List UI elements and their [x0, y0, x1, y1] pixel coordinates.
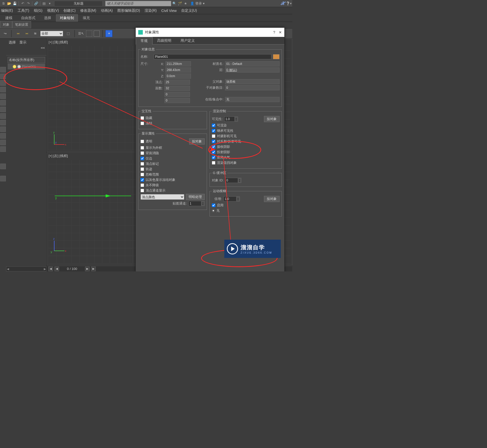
chk-vticks[interactable]: 顶点标记 — [141, 162, 205, 166]
help-icon[interactable]: ❔▾ — [286, 1, 291, 6]
blue-tool-icon[interactable]: ✦ — [105, 30, 113, 37]
objid-spinner[interactable]: ▲▼ — [238, 178, 241, 183]
ribbon-tab-populate[interactable]: 填充 — [79, 14, 94, 22]
lt-icon-7[interactable] — [0, 107, 6, 112]
chk-visiblecam[interactable]: 对摄影机可见 — [212, 134, 280, 138]
lt-icon-2[interactable] — [0, 74, 6, 79]
menu-group[interactable]: 组(G) — [34, 8, 43, 13]
wizard-icon[interactable]: 🪄 — [177, 1, 183, 6]
objid-input[interactable] — [225, 178, 238, 183]
redo-icon[interactable]: ↷ — [26, 1, 31, 6]
chk-backface[interactable]: 背面消隐 — [141, 151, 205, 155]
mult-input[interactable] — [224, 196, 236, 201]
new-icon[interactable]: 🗎 — [1, 1, 6, 6]
chk-neverdegrade[interactable]: 永不降级 — [141, 183, 205, 187]
arrow-tool-icon[interactable]: ↪ — [2, 30, 9, 37]
lt-icon-9[interactable] — [0, 120, 6, 125]
menu-edit[interactable]: 编辑(E) — [1, 8, 13, 13]
drop-icon[interactable]: ▾ — [47, 1, 52, 6]
outline-display-tab[interactable]: 显示 — [19, 40, 26, 45]
chk-edges[interactable]: 仅边 — [141, 156, 205, 161]
tab-user-defined[interactable]: 用户定义 — [176, 37, 199, 44]
radio-mblur-none[interactable]: 无 — [212, 208, 280, 213]
lt-icon-11[interactable] — [0, 133, 6, 139]
chain2-icon[interactable]: ⫘ — [23, 30, 30, 37]
save-icon[interactable]: 💾 — [12, 1, 17, 6]
timeline-next2[interactable]: ▶ — [91, 267, 96, 271]
subtab-object[interactable]: 对象 — [0, 21, 12, 28]
timeline-next[interactable]: ▶ — [85, 267, 90, 271]
subtab-brush[interactable]: 笔刷设置 — [12, 21, 31, 28]
chk-freeze[interactable]: 冻结 — [141, 121, 205, 126]
lt-icon-10[interactable] — [0, 126, 6, 132]
dialog-help-icon[interactable]: ? — [273, 30, 275, 34]
dialog-close-icon[interactable]: ✕ — [279, 30, 282, 34]
menu-modifiers[interactable]: 修改器(M) — [80, 8, 96, 13]
layer-icon[interactable]: ▤ — [41, 1, 47, 6]
chk-hide[interactable]: 隐藏 — [141, 116, 205, 120]
chk-ignoreext[interactable]: 忽略范围 — [141, 172, 205, 177]
mult-spinner[interactable]: ▲▼ — [236, 196, 240, 201]
btn-shading[interactable]: 明暗处理 — [186, 194, 205, 200]
ribbon-tab-model[interactable]: 建模 — [2, 14, 16, 22]
outline-item-plane001[interactable]: Plane001 — [8, 64, 45, 69]
color-swatch[interactable] — [273, 54, 280, 59]
chk-renderoccluded[interactable]: 渲染阻挡对象 — [212, 161, 280, 165]
filter-dropdown[interactable]: 全部 — [40, 31, 63, 36]
lt-icon-6[interactable] — [0, 100, 6, 106]
viewport-top-label[interactable]: [+] [顶] [线框] — [49, 40, 68, 45]
ribbon-tab-freeform[interactable]: 自由形式 — [17, 14, 39, 22]
chk-atmos[interactable]: 应用大气 — [212, 155, 280, 160]
lt-icon-13[interactable] — [0, 146, 6, 152]
chk-renderable[interactable]: 可渲染 — [212, 123, 280, 128]
chk-visiblerefl[interactable]: 对反射/折射可见 — [212, 139, 280, 144]
mapch-spinner[interactable]: ▲▼ — [201, 201, 205, 206]
chk-castshadow[interactable]: 投射阴影 — [212, 150, 280, 154]
rect-solid-icon[interactable] — [94, 31, 100, 37]
cursor-add-icon[interactable]: ⬚ — [65, 30, 72, 37]
login-area[interactable]: 👤 登录 ▾ — [190, 1, 205, 6]
chk-vcdisplay[interactable]: 顶点通道显示 — [141, 188, 205, 193]
chk-recvshadow[interactable]: 接收阴影 — [212, 144, 280, 149]
viewport-left-label[interactable]: [+] [左] [线框] — [49, 154, 68, 158]
btn-render-byobj[interactable]: 按对象 — [264, 116, 280, 122]
lt-icon-15[interactable] — [0, 176, 6, 181]
chk-inheritvis[interactable]: 继承可见性 — [212, 128, 280, 133]
layer-value[interactable] — [225, 67, 280, 73]
ribbon-tab-select[interactable]: 选择 — [40, 14, 55, 22]
lt-icon-1[interactable] — [0, 67, 6, 73]
btn-mblur-byobj[interactable]: 按对象 — [264, 196, 280, 202]
chk-frozengray[interactable]: 以灰色显示冻结对象 — [141, 178, 205, 182]
outline-collapse-arrow[interactable]: ◀◀ — [6, 46, 47, 49]
chk-trajectory[interactable]: 轨迹 — [141, 167, 205, 171]
visibility-bulb-icon[interactable] — [13, 65, 16, 68]
menu-customize[interactable]: 自定义(U) — [181, 8, 197, 13]
menu-civilview[interactable]: Civil View — [161, 9, 176, 13]
star-icon[interactable]: ★ — [183, 1, 188, 6]
menu-animation[interactable]: 动画(A) — [101, 8, 113, 13]
lt-icon-5[interactable] — [0, 93, 6, 99]
open-icon[interactable]: 📂 — [7, 1, 12, 6]
chain1-icon[interactable]: ⫘ — [14, 30, 21, 37]
tab-adv-lighting[interactable]: 高级照明 — [152, 37, 176, 44]
search-input[interactable]: 键入关键字或短语 — [105, 1, 171, 6]
ribbon-tab-objectpaint[interactable]: 对象绘制 — [56, 14, 78, 22]
undo-icon[interactable]: ↶ — [20, 1, 25, 6]
tab-general[interactable]: 常规 — [136, 37, 152, 45]
chk-asbox[interactable]: 显示为外框 — [141, 146, 205, 150]
vc-dropdown[interactable]: 顶点颜色 — [141, 194, 184, 200]
lt-icon-14[interactable] — [0, 164, 6, 169]
chk-mblur-enable[interactable]: 启用 — [212, 203, 280, 208]
menu-view[interactable]: 视图(V) — [47, 8, 59, 13]
mapch-input[interactable] — [188, 201, 201, 206]
visibility-input[interactable] — [224, 117, 234, 122]
chk-transparent[interactable]: 透明 — [141, 139, 188, 144]
name-input[interactable] — [154, 54, 271, 59]
list-cursor-icon[interactable]: ☰↖ — [77, 30, 85, 37]
menu-render[interactable]: 渲染(R) — [145, 8, 157, 13]
binoculars-icon[interactable]: 🔍 — [172, 1, 177, 6]
menu-tools[interactable]: 工具(T) — [18, 8, 29, 13]
menu-grapheditor[interactable]: 图形编辑器(D) — [117, 8, 140, 13]
outline-select-tab[interactable]: 选择 — [9, 40, 16, 45]
timeline-prev2[interactable]: ◀ — [54, 267, 59, 271]
